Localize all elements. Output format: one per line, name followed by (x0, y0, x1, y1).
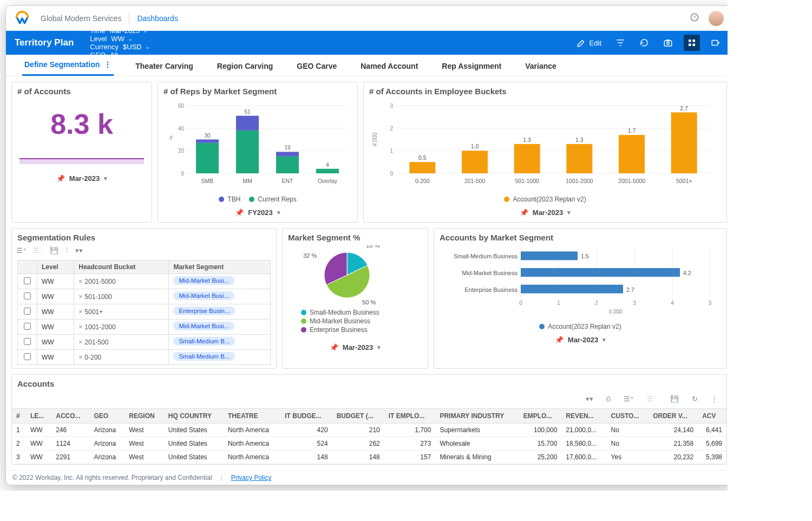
accounts-table: #LE...ACCO...GEOREGIONHQ COUNTRYTHEATREI… (12, 408, 726, 464)
row-checkbox[interactable] (24, 292, 31, 299)
table-row[interactable]: WW 201-500 Small-Medium B... (18, 335, 271, 350)
cell: 3 (12, 451, 26, 464)
row-checkbox[interactable] (24, 277, 31, 284)
column-header[interactable]: IT BUDGE... (280, 409, 332, 424)
column-header[interactable]: ACV (698, 409, 726, 424)
column-header[interactable]: # (12, 409, 26, 424)
avatar[interactable] (709, 11, 724, 26)
filter-currency[interactable]: Currency $USD ⌄ (90, 43, 153, 51)
table-row[interactable]: WW 501-1000 Mid-Market Busi... (18, 289, 271, 304)
column-header[interactable]: ACCO... (51, 409, 89, 424)
refresh-icon[interactable]: ↻ (692, 395, 698, 403)
tab-variance[interactable]: Variance (523, 62, 559, 76)
cell-bucket: 2001-5000 (74, 274, 169, 289)
card-segmentation-rules: Segmentation Rules ☰⁺ ☰⁻ 💾 ⤴ ▾▾ Level He… (11, 228, 277, 369)
card-footer[interactable]: 📌 Mar-2023 ▾ (434, 330, 726, 349)
card-footer[interactable]: 📌 Mar-2023 ▾ (283, 338, 428, 357)
col-segment[interactable]: Market Segment (169, 260, 271, 274)
column-header[interactable]: CUSTO... (607, 409, 649, 424)
svg-text:SMB: SMB (201, 178, 214, 184)
card-title: # of Accounts (12, 82, 152, 97)
tab-region-carving[interactable]: Region Carving (215, 62, 275, 76)
legend-item: Account(2023 Replan v2) (539, 323, 621, 330)
card-footer[interactable]: 📌 Mar-2023 ▾ (12, 169, 152, 188)
grid-view-button[interactable] (684, 35, 700, 51)
svg-rect-54 (566, 144, 592, 173)
column-header[interactable]: PRIMARY INDUSTRY (435, 409, 519, 424)
filter-time[interactable]: Time Mar-2023 ⌄ (90, 27, 153, 35)
tab-rep-assignment[interactable]: Rep Assignment (440, 62, 503, 76)
add-row-icon[interactable]: ☰⁺ (16, 246, 27, 255)
add-row-icon[interactable]: ☰⁺ (624, 395, 634, 403)
tab-label: Variance (525, 62, 556, 70)
column-header[interactable]: HQ COUNTRY (164, 409, 224, 424)
table-row[interactable]: 1WW246ArizonaWestUnited StatesNorth Amer… (12, 424, 726, 437)
edit-label: Edit (590, 39, 601, 47)
row-checkbox[interactable] (24, 353, 31, 360)
cell: 420 (280, 424, 332, 437)
column-header[interactable]: LE... (26, 409, 51, 424)
table-row[interactable]: 3WW2291ArizonaWestUnited StatesNorth Ame… (12, 451, 726, 464)
pie-legend: Small-Medium BusinessMid-Market Business… (301, 308, 379, 335)
app-logo (15, 11, 30, 26)
tab-geo-carve[interactable]: GEO Carve (294, 62, 339, 76)
column-header[interactable]: BUDGET (... (332, 409, 384, 424)
divider (129, 13, 129, 24)
filter-icon[interactable]: ▾▾ (75, 246, 83, 255)
filter-level[interactable]: Level WW ⌄ (90, 35, 153, 43)
edit-button[interactable]: Edit (573, 36, 605, 50)
branch-icon[interactable]: ⤴ (65, 246, 69, 255)
chevron-down-icon: ⌄ (128, 35, 133, 42)
present-button[interactable] (708, 35, 724, 51)
hbar-chart: 012345#,0001.5Small-Medium Business4.2Mi… (440, 245, 721, 316)
col-level[interactable]: Level (37, 260, 74, 274)
kebab-icon[interactable]: ⋮ (104, 60, 112, 69)
table-row[interactable]: 2WW1124ArizonaWestUnited StatesNorth Ame… (12, 437, 726, 451)
table-row[interactable]: WW 2001-5000 Mid-Market Busi... (18, 274, 271, 289)
help-icon[interactable]: ? (690, 13, 699, 23)
column-header[interactable]: REVEN... (561, 409, 606, 424)
footer-period: Mar-2023 (533, 209, 563, 217)
tab-theater-carving[interactable]: Theater Carving (133, 62, 195, 76)
svg-rect-28 (276, 157, 299, 173)
kebab-icon[interactable]: ⋮ (711, 395, 718, 403)
cell: North America (224, 437, 280, 451)
table-row[interactable]: WW 5001+ Enterprise Busin... (18, 304, 271, 320)
filter-geo[interactable]: GEO All ⌄ (90, 51, 153, 59)
column-header[interactable]: THEATRE (224, 409, 280, 424)
column-header[interactable]: REGION (125, 409, 163, 424)
delete-row-icon[interactable]: ☰⁻ (33, 246, 43, 255)
cell-level: WW (37, 304, 74, 320)
tab-define-segmentation[interactable]: Define Segmentation ⋮ (22, 60, 114, 76)
card-footer[interactable]: 📌 Mar-2023 ▾ (364, 203, 726, 222)
refresh-button[interactable] (636, 35, 652, 51)
export-icon[interactable]: ⎙ (606, 395, 611, 403)
column-header[interactable]: EMPLO... (519, 409, 562, 424)
svg-rect-20 (196, 143, 219, 173)
svg-text:4.2: 4.2 (683, 270, 691, 276)
save-icon[interactable]: 💾 (50, 246, 58, 255)
cell: 21,000,0... (561, 424, 606, 437)
filter-button[interactable] (612, 35, 628, 51)
save-icon[interactable]: 💾 (670, 395, 679, 403)
column-header[interactable]: IT EMPLO... (384, 409, 436, 424)
svg-text:0: 0 (181, 171, 184, 177)
table-row[interactable]: WW 0-200 Small-Medium B... (18, 350, 271, 365)
table-row[interactable]: WW 1001-2000 Mid-Market Busi... (18, 320, 271, 335)
breadcrumb-dashboards[interactable]: Dashboards (137, 14, 178, 23)
row-checkbox[interactable] (24, 308, 31, 315)
delete-row-icon[interactable]: ☰⁻ (647, 395, 657, 403)
tab-named-account[interactable]: Named Account (358, 62, 420, 76)
column-header[interactable]: ORDER V... (649, 409, 698, 424)
svg-rect-9 (712, 41, 718, 45)
cell: 100,000 (519, 424, 562, 437)
card-footer[interactable]: 📌 FY2023 ▾ (158, 203, 357, 222)
cell: West (125, 437, 163, 451)
column-header[interactable]: GEO (89, 409, 125, 424)
col-bucket[interactable]: Headcount Bucket (74, 260, 169, 274)
snapshot-button[interactable] (660, 35, 676, 51)
privacy-link[interactable]: Privacy Policy (231, 474, 272, 481)
filter-icon[interactable]: ▾▾ (586, 395, 593, 403)
row-checkbox[interactable] (24, 338, 31, 345)
row-checkbox[interactable] (24, 323, 31, 330)
